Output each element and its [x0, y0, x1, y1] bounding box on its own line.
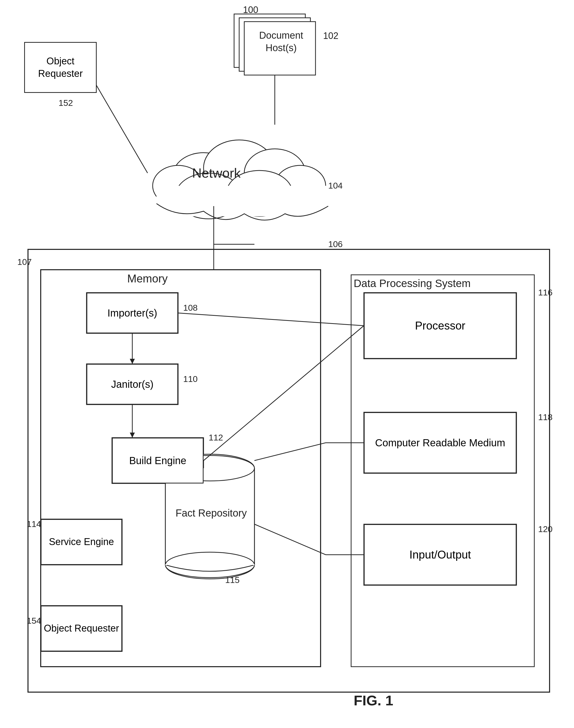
- ref-108: 108: [183, 303, 198, 313]
- memory-label: Memory: [127, 272, 168, 285]
- svg-line-44: [254, 524, 326, 555]
- object-requester-top: Object Requester: [24, 42, 97, 93]
- network-label: Network: [192, 165, 241, 181]
- ref-118: 118: [538, 412, 552, 422]
- diagram: 100 102 Document Host(s) Object Requeste…: [0, 0, 574, 728]
- svg-point-34: [165, 552, 254, 578]
- ref-102: 102: [323, 31, 338, 41]
- service-engine-box: Service Engine: [41, 519, 122, 565]
- svg-line-40: [204, 326, 364, 460]
- svg-point-29: [165, 551, 254, 579]
- document-host-label: Document Host(s): [248, 29, 314, 54]
- object-requester-bottom: Object Requester: [41, 606, 122, 651]
- processor-box: Processor: [364, 293, 517, 359]
- io-box: Input/Output: [364, 524, 517, 585]
- ref-152: 152: [58, 98, 73, 108]
- fact-repository-label: Fact Repository: [173, 507, 249, 520]
- dps-label: Data Processing System: [354, 277, 471, 290]
- ref-115: 115: [225, 575, 240, 585]
- ref-107: 107: [17, 257, 32, 267]
- ref-120: 120: [538, 524, 552, 534]
- svg-rect-10: [157, 186, 329, 216]
- importers-box: Importer(s): [86, 293, 178, 333]
- svg-line-13: [94, 81, 148, 173]
- svg-line-46: [178, 313, 364, 326]
- ref-106: 106: [328, 239, 343, 249]
- ref-112: 112: [209, 433, 223, 443]
- ref-114: 114: [27, 519, 41, 529]
- crm-box: Computer Readable Medium: [364, 412, 517, 473]
- build-engine-box: Build Engine: [112, 438, 204, 483]
- svg-point-7: [275, 165, 326, 206]
- svg-point-5: [244, 149, 305, 197]
- ref-116: 116: [538, 287, 552, 297]
- fig-label: FIG. 1: [354, 692, 393, 709]
- ref-110: 110: [183, 374, 198, 384]
- ref-104: 104: [328, 181, 343, 191]
- ref-100: 100: [243, 5, 258, 15]
- janitors-box: Janitor(s): [86, 364, 178, 405]
- svg-marker-36: [130, 359, 135, 364]
- svg-marker-38: [130, 433, 135, 438]
- ref-154: 154: [27, 616, 41, 626]
- svg-line-42: [254, 443, 326, 460]
